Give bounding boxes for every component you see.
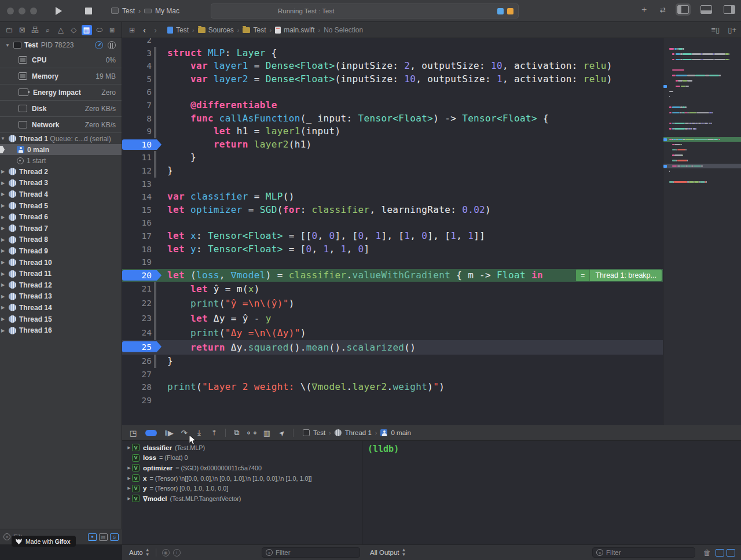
add-editor-icon[interactable]: ▯+: [728, 25, 736, 34]
hide-debug-area-icon[interactable]: ◳: [126, 429, 141, 437]
console-output[interactable]: (lldb): [362, 441, 741, 544]
step-out-icon[interactable]: ⤒: [207, 428, 222, 437]
sidebar-item-thread-16[interactable]: ▶Thread 16: [0, 325, 122, 336]
code-line-2[interactable]: 2: [122, 38, 663, 47]
toggle-debug-area-button[interactable]: [700, 5, 712, 14]
disclosure-triangle[interactable]: ▶: [126, 466, 132, 470]
sidebar-item-thread-3[interactable]: ▶Thread 3: [0, 178, 122, 189]
editor-swap-button[interactable]: ⇄: [660, 6, 666, 14]
sidebar-item-thread-1[interactable]: ▼Thread 1 Queue: c...d (serial): [0, 133, 122, 144]
code-line-13[interactable]: 13: [122, 178, 663, 191]
toggle-inspector-button[interactable]: [724, 5, 735, 14]
report-navigator-icon[interactable]: 🗉: [107, 25, 118, 35]
code-line-5[interactable]: 5 var layer2 = Dense<Float>(inputSize: 1…: [122, 73, 663, 86]
source-control-navigator-icon[interactable]: ⊠: [17, 25, 27, 35]
gauge-row[interactable]: CPU0%: [0, 52, 122, 68]
line-number[interactable]: 24: [122, 326, 152, 340]
line-number[interactable]: 25: [122, 340, 152, 355]
gauge-row[interactable]: NetworkZero KB/s: [0, 117, 122, 133]
stop-button[interactable]: [80, 5, 97, 17]
line-number[interactable]: 8: [122, 112, 152, 126]
disclosure-triangle[interactable]: ▶: [126, 486, 132, 491]
line-number[interactable]: 17: [122, 230, 152, 243]
debug-crumb-thread[interactable]: Thread 1: [345, 429, 372, 436]
code-line-11[interactable]: 11 }: [122, 151, 663, 164]
clear-console-icon[interactable]: 🗑: [703, 548, 711, 557]
line-number[interactable]: 27: [122, 368, 152, 381]
variable-row-classifier[interactable]: ▶ V classifier (Test.MLP): [122, 443, 362, 453]
close-window-button[interactable]: [7, 8, 14, 14]
code-line-27[interactable]: 27: [122, 368, 663, 381]
line-number[interactable]: 13: [122, 178, 152, 191]
back-button[interactable]: ‹: [143, 25, 146, 35]
variables-scope-selector[interactable]: Auto: [129, 549, 143, 556]
sidebar-item-thread-9[interactable]: ▶Thread 9: [0, 245, 122, 257]
line-number[interactable]: 22: [122, 296, 152, 311]
sidebar-item-thread-6[interactable]: ▶Thread 6: [0, 211, 122, 223]
line-number[interactable]: 3: [122, 47, 152, 60]
breadcrumb-file[interactable]: main.swift: [275, 26, 314, 34]
code-line-29[interactable]: 29: [122, 394, 663, 407]
continue-execution-icon[interactable]: ‖▶: [162, 429, 177, 437]
profile-in-instruments-button[interactable]: [95, 41, 103, 49]
line-number[interactable]: 26: [122, 355, 152, 368]
variables-view[interactable]: ▶ V classifier (Test.MLP) V loss = (Floa…: [122, 441, 362, 544]
code-line-3[interactable]: 3struct MLP: Layer {: [122, 47, 663, 60]
console-filter-field[interactable]: ≡ Filter: [592, 547, 695, 558]
sidebar-item-thread-13[interactable]: ▶Thread 13: [0, 291, 122, 303]
variable-row-x[interactable]: ▶ V x = (Tensor) \n[[0.0, 0.0],\n [0.0, …: [122, 473, 362, 484]
code-line-18[interactable]: 18let y: Tensor<Float> = [0, 1, 1, 0]: [122, 243, 663, 256]
breakpoint-navigator-icon[interactable]: ⬭: [94, 25, 105, 35]
breadcrumb-sources[interactable]: Sources: [198, 26, 234, 34]
line-number[interactable]: 4: [122, 60, 152, 73]
toggle-navigator-button[interactable]: [677, 5, 689, 14]
code-line-6[interactable]: 6: [122, 86, 663, 99]
variable-row-optimizer[interactable]: ▶ V optimizer = (SGD) 0x000000011c5a7400: [122, 463, 362, 473]
code-line-4[interactable]: 4 var layer1 = Dense<Float>(inputSize: 2…: [122, 60, 663, 73]
line-number[interactable]: 18: [122, 243, 152, 256]
gauge-row[interactable]: DiskZero KB/s: [0, 101, 122, 117]
breakpoints-enabled-toggle[interactable]: [145, 430, 157, 436]
zoom-window-button[interactable]: [30, 8, 37, 14]
code-line-24[interactable]: 24 print("Δy =\n\(Δy)"): [122, 326, 663, 340]
symbol-navigator-icon[interactable]: 品: [30, 25, 41, 35]
debug-navigator-icon[interactable]: ▦: [82, 25, 92, 35]
code-line-21[interactable]: 21 let ŷ = m(x): [122, 282, 663, 296]
quicklook-icon[interactable]: ◉: [162, 549, 170, 557]
breadcrumb-selection[interactable]: No Selection: [324, 26, 363, 34]
code-line-9[interactable]: 9 let h1 = layer1(input): [122, 125, 663, 138]
breadcrumb-project[interactable]: Test: [167, 26, 189, 34]
variable-row-loss[interactable]: V loss = (Float) 0: [122, 453, 362, 463]
run-button[interactable]: [50, 5, 67, 17]
code-line-22[interactable]: 22 print("ŷ =\n\(ŷ)"): [122, 296, 663, 311]
code-line-12[interactable]: 12}: [122, 164, 663, 178]
disclosure-triangle[interactable]: ▶: [126, 476, 132, 481]
output-selector[interactable]: All Output: [370, 549, 399, 556]
line-number[interactable]: 14: [122, 190, 152, 204]
sidebar-item-thread-12[interactable]: ▶Thread 12: [0, 279, 122, 291]
show-running-toggle-icon[interactable]: ●: [88, 533, 97, 541]
line-number[interactable]: 23: [122, 311, 152, 326]
code-line-23[interactable]: 23 let Δy = ŷ - y: [122, 311, 663, 326]
disclosure-triangle[interactable]: ▼: [5, 43, 10, 48]
memory-debug-button[interactable]: [108, 41, 116, 49]
code-line-15[interactable]: 15let optimizer = SGD(for: classifier, l…: [122, 204, 663, 217]
sidebar-item-thread-7[interactable]: ▶Thread 7: [0, 223, 122, 234]
process-row[interactable]: ▼ Test PID 78223: [0, 38, 122, 52]
code-line-19[interactable]: 19: [122, 256, 663, 269]
line-number[interactable]: 9: [122, 125, 152, 138]
line-number[interactable]: 6: [122, 86, 152, 99]
sidebar-item-thread-11[interactable]: ▶Thread 11: [0, 268, 122, 279]
line-number[interactable]: 19: [122, 256, 152, 269]
disclosure-triangle[interactable]: ▶: [126, 445, 132, 450]
variable-row-∇model[interactable]: ▶ V ∇model (Test.MLP.TangentVector): [122, 493, 362, 504]
line-number[interactable]: 21: [122, 282, 152, 296]
line-number[interactable]: 5: [122, 73, 152, 86]
sidebar-item-thread-4[interactable]: ▶Thread 4: [0, 189, 122, 200]
issue-navigator-icon[interactable]: △: [56, 25, 66, 35]
line-number[interactable]: 29: [122, 394, 152, 407]
sidebar-item-thread-2[interactable]: ▶Thread 2: [0, 166, 122, 178]
line-number[interactable]: 16: [122, 216, 152, 230]
toggle-variables-view-icon[interactable]: [716, 549, 724, 557]
library-button[interactable]: ＋: [640, 4, 648, 15]
